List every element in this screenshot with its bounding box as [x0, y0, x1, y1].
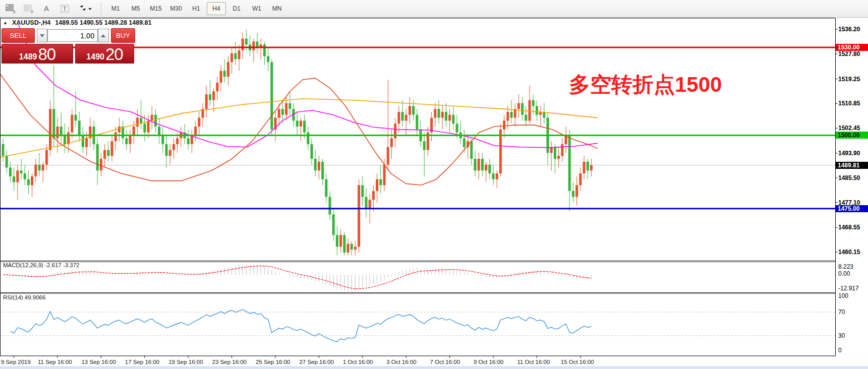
- level-price-badge: 1475.00: [836, 205, 868, 212]
- volume-up-button[interactable]: [98, 29, 108, 42]
- price-tick-label: 1485.50: [838, 175, 867, 181]
- grid-f-icon[interactable]: F: [21, 2, 36, 16]
- timeframe-button-H4[interactable]: H4: [207, 2, 226, 15]
- mt4-terminal: E F A T: [0, 0, 868, 369]
- price-tick-label: 1510.85: [838, 100, 867, 107]
- date-tick-label: 13 Sep 16:00: [81, 359, 115, 365]
- date-tick-label: 27 Sep 16:00: [299, 359, 333, 365]
- timeframe-buttons: M1M5M15M30H1H4D1W1MN: [106, 2, 286, 15]
- rsi-value: 49.9066: [25, 294, 46, 300]
- price-tick-label: 1468.55: [838, 224, 867, 231]
- timeframe-button-D1[interactable]: D1: [227, 2, 246, 15]
- date-tick-label: 9 Sep 2019: [1, 359, 31, 365]
- rsi-header: RSI(14) 49.9066: [3, 294, 45, 300]
- timeframe-button-MN[interactable]: MN: [267, 2, 286, 15]
- chart-window: ▲ XAUUSD-,H4 1489.55 1490.55 1489.28 148…: [0, 18, 868, 366]
- macd-axis-label: 8.223: [838, 264, 867, 270]
- macd-axis-label: 0.00: [838, 271, 867, 277]
- sell-button[interactable]: SELL: [2, 28, 35, 43]
- rsi-axis-label: 100: [838, 293, 867, 299]
- svg-text:A: A: [44, 4, 49, 13]
- candles: [2, 30, 593, 256]
- price-tick-label: 1460.15: [838, 249, 867, 256]
- price-tick-label: 1493.90: [838, 150, 867, 157]
- text-label-icon[interactable]: A: [39, 2, 54, 16]
- rsi-title: RSI(14): [3, 294, 23, 300]
- macd-values: -2.617 -3.372: [45, 262, 79, 268]
- buy-price-box[interactable]: 1490 20: [75, 44, 134, 64]
- pattern-e-icon[interactable]: E: [3, 2, 18, 16]
- date-tick-label: 11 Sep 16:00: [38, 359, 72, 365]
- toolbar: E F A T: [0, 0, 868, 18]
- timeframe-button-M15[interactable]: M15: [146, 2, 165, 15]
- rsi-axis-label: 70: [838, 309, 867, 316]
- date-tick-label: 3 Oct 16:00: [386, 359, 416, 365]
- level-price-badge: 1530.00: [836, 44, 868, 51]
- volume-down-button[interactable]: [37, 29, 47, 42]
- cursor-style-icon[interactable]: [76, 2, 96, 16]
- rsi-axis-label: 0: [838, 347, 867, 354]
- arrow-up-icon: [101, 34, 105, 37]
- volume-input[interactable]: [47, 29, 98, 42]
- level-price-badge: 1500.00: [836, 132, 868, 139]
- timeframe-button-M1[interactable]: M1: [106, 2, 125, 15]
- date-tick-label: 9 Oct 16:00: [474, 359, 503, 365]
- macd-signal-line: [3, 266, 591, 289]
- timeframe-button-M30[interactable]: M30: [166, 2, 186, 15]
- date-tick-label: 1 Oct 16:00: [343, 359, 373, 365]
- buy-button[interactable]: BUY: [111, 28, 135, 43]
- sell-price-box[interactable]: 1489 80: [2, 44, 73, 64]
- arrow-down-icon: [40, 34, 44, 37]
- date-tick-label: 15 Oct 16:00: [561, 359, 594, 365]
- text-box-icon[interactable]: T: [57, 2, 73, 16]
- timeframe-button-H1[interactable]: H1: [187, 2, 206, 15]
- date-tick-label: 23 Sep 16:00: [212, 359, 247, 365]
- price-tick-label: 1519.25: [838, 76, 867, 83]
- rsi-line: [10, 310, 591, 342]
- svg-text:F: F: [31, 10, 33, 14]
- toolbar-separator: [101, 3, 102, 15]
- date-tick-label: 19 Sep 16:00: [168, 359, 203, 365]
- chart-header: ▲ XAUUSD-,H4 1489.55 1490.55 1489.28 148…: [3, 19, 151, 26]
- timeframe-button-M5[interactable]: M5: [126, 2, 145, 15]
- current-price-badge: 1489.81: [836, 162, 868, 169]
- main-chart-canvas[interactable]: [0, 18, 868, 369]
- chevron-down-icon: [88, 8, 92, 10]
- macd-title: MACD(12,26,9): [3, 262, 43, 268]
- price-tick-label: 1527.80: [838, 51, 867, 57]
- svg-text:E: E: [13, 10, 16, 14]
- ohlc-values: 1489.55 1490.55 1489.28 1489.81: [55, 19, 151, 26]
- buy-price-big: 20: [105, 46, 123, 63]
- macd-header: MACD(12,26,9) -2.617 -3.372: [3, 262, 80, 268]
- sell-price-big: 80: [38, 46, 55, 63]
- date-tick-label: 25 Sep 16:00: [256, 359, 290, 365]
- date-tick-label: 11 Oct 16:00: [517, 359, 550, 365]
- sell-price-small: 1489: [19, 51, 37, 63]
- price-tick-label: 1502.45: [838, 125, 867, 132]
- timeframe-button-W1[interactable]: W1: [247, 2, 266, 15]
- buy-price-small: 1490: [86, 51, 104, 63]
- svg-text:T: T: [63, 6, 67, 12]
- symbol-period-label: XAUUSD-,H4: [12, 19, 50, 26]
- date-tick-label: 7 Oct 16:00: [430, 359, 460, 365]
- window-bottom-strip: [0, 366, 868, 369]
- rsi-axis-label: 30: [838, 333, 867, 339]
- price-tick-label: 1536.20: [838, 26, 867, 33]
- date-tick-label: 17 Sep 16:00: [125, 359, 159, 365]
- macd-histogram: [3, 265, 591, 291]
- macd-axis-label: -12.917: [838, 285, 867, 292]
- one-click-trading-panel: SELL BUY 1489 80 1490 20: [2, 28, 135, 64]
- chart-annotation-text: 多空转折点1500: [569, 71, 722, 99]
- collapse-icon[interactable]: ▲: [3, 20, 8, 25]
